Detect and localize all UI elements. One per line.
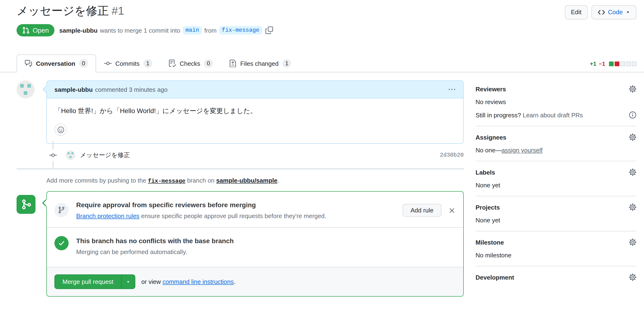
head-branch-label[interactable]: fix-message bbox=[219, 26, 262, 34]
sidebar-section-reviewers: Reviewers No reviews Still in progress? … bbox=[476, 80, 636, 126]
identicon-avatar bbox=[16, 80, 34, 98]
merge-actions-footer: Merge pull request or view command line … bbox=[47, 267, 463, 296]
commit-message-link[interactable]: メッセージを修正 bbox=[80, 151, 130, 160]
reviewers-empty-text: No reviews bbox=[476, 98, 636, 106]
assignees-settings-button[interactable] bbox=[629, 134, 636, 141]
comment-options-button[interactable] bbox=[448, 86, 456, 93]
check-icon bbox=[54, 236, 68, 250]
projects-settings-button[interactable] bbox=[629, 204, 636, 211]
mergeability-subtitle: Merging can be performed automatically. bbox=[76, 248, 456, 256]
development-settings-button[interactable] bbox=[629, 274, 636, 281]
projects-empty-text: None yet bbox=[476, 217, 636, 224]
commit-row: メッセージを修正 2d38b20 bbox=[16, 150, 464, 160]
tab-checks[interactable]: Checks 0 bbox=[160, 54, 221, 72]
head-branch-link[interactable]: fix-message bbox=[148, 178, 185, 184]
tab-label: Checks bbox=[180, 60, 200, 67]
pr-title-text: メッセージを修正 bbox=[16, 4, 109, 17]
draft-hint-text: Still in progress? bbox=[476, 112, 523, 118]
command-line-instructions-link[interactable]: command line instructions bbox=[162, 278, 234, 285]
sidebar-section-milestone: Milestone No milestone bbox=[476, 231, 636, 266]
comment-timestamp: commented 3 minutes ago bbox=[95, 86, 168, 93]
commit-author-avatar[interactable] bbox=[66, 150, 75, 160]
tab-conversation[interactable]: Conversation 0 bbox=[16, 54, 96, 72]
sidebar-section-assignees: Assignees No one—assign yourself bbox=[476, 126, 636, 161]
pr-number: #1 bbox=[112, 4, 124, 17]
reviewers-settings-button[interactable] bbox=[629, 85, 636, 93]
assign-yourself-link[interactable]: assign yourself bbox=[502, 147, 542, 154]
git-merge-icon bbox=[16, 195, 36, 214]
base-branch-label[interactable]: main bbox=[183, 26, 202, 34]
commit-sha-link[interactable]: 2d38b20 bbox=[440, 152, 464, 158]
labels-settings-button[interactable] bbox=[629, 168, 636, 176]
sidebar-section-projects: Projects None yet bbox=[476, 196, 636, 231]
add-commits-text: Add more commits by pushing to the bbox=[46, 177, 146, 184]
copy-branch-button[interactable] bbox=[266, 26, 273, 34]
branch-protection-rules-link[interactable]: Branch protection rules bbox=[76, 212, 139, 220]
code-button[interactable]: Code bbox=[592, 5, 636, 20]
draft-hint: Still in progress? Learn about draft PRs bbox=[476, 112, 583, 118]
diffstat-block-neutral bbox=[620, 62, 625, 66]
protection-title: Require approval from specific reviewers… bbox=[76, 201, 395, 209]
gear-icon bbox=[629, 85, 636, 93]
pr-author[interactable]: sample-ubbu bbox=[60, 27, 98, 34]
diffstat-block-added bbox=[609, 62, 614, 66]
diffstat-deletions: −1 bbox=[599, 60, 605, 67]
status-badge-label: Open bbox=[33, 26, 49, 34]
milestone-settings-button[interactable] bbox=[629, 238, 636, 246]
chevron-down-icon bbox=[626, 10, 630, 15]
diffstat-block-deleted bbox=[615, 62, 620, 66]
draft-info-button[interactable] bbox=[629, 111, 636, 119]
tab-counter: 0 bbox=[204, 59, 213, 68]
pr-tabs-nav: Conversation 0 Commits 1 Checks 0 Files … bbox=[0, 54, 644, 72]
development-heading[interactable]: Development bbox=[476, 274, 514, 281]
reviewers-heading[interactable]: Reviewers bbox=[476, 86, 506, 92]
git-pull-request-icon bbox=[22, 26, 30, 34]
edit-button-label: Edit bbox=[571, 8, 582, 17]
header-actions: Edit Code bbox=[565, 4, 636, 20]
comment-author[interactable]: sample-ubbu bbox=[54, 86, 93, 93]
tab-counter: 1 bbox=[282, 59, 291, 68]
chevron-down-icon bbox=[126, 279, 130, 284]
merge-options-dropdown[interactable] bbox=[121, 274, 135, 289]
add-commits-hint: Add more commits by pushing to the fix-m… bbox=[46, 177, 464, 184]
learn-about-draft-prs-link[interactable]: Learn about draft PRs bbox=[523, 112, 583, 118]
milestone-empty-text: No milestone bbox=[476, 252, 636, 259]
comment-discussion-icon bbox=[24, 60, 32, 67]
merge-sentence-2: from bbox=[204, 27, 217, 34]
repo-link[interactable]: sample-ubbu/sample bbox=[216, 177, 278, 184]
git-commit-icon bbox=[104, 60, 112, 67]
merge-pull-request-button[interactable]: Merge pull request bbox=[54, 274, 121, 289]
tab-commits[interactable]: Commits 1 bbox=[96, 54, 160, 72]
branch-protection-row: Require approval from specific reviewers… bbox=[47, 192, 463, 227]
tab-files-changed[interactable]: Files changed 1 bbox=[221, 54, 299, 72]
gear-icon bbox=[629, 274, 636, 281]
pr-meta-row: Open sample-ubbu wants to merge 1 commit… bbox=[16, 24, 636, 36]
projects-heading[interactable]: Projects bbox=[476, 204, 500, 211]
file-diff-icon bbox=[229, 60, 236, 67]
assignees-heading[interactable]: Assignees bbox=[476, 134, 506, 141]
discussion-timeline: sample-ubbu commented 3 minutes ago 「Hel… bbox=[16, 80, 464, 297]
commit-section: メッセージを修正 2d38b20 bbox=[16, 144, 464, 168]
add-commits-period: . bbox=[277, 177, 279, 184]
sidebar-section-labels: Labels None yet bbox=[476, 161, 636, 196]
merge-button-group: Merge pull request bbox=[54, 274, 135, 289]
tab-label: Files changed bbox=[240, 60, 279, 67]
edit-button[interactable]: Edit bbox=[565, 5, 588, 20]
tab-label: Commits bbox=[116, 60, 140, 67]
cli-hint: or view command line instructions. bbox=[141, 278, 235, 285]
avatar[interactable] bbox=[16, 80, 34, 98]
add-reaction-button[interactable] bbox=[54, 124, 67, 136]
add-rule-button[interactable]: Add rule bbox=[402, 204, 442, 217]
comment-body: 「Hello 世界!」から「Hello World!」にメッセージを変更しました… bbox=[47, 98, 463, 121]
info-icon bbox=[629, 111, 636, 119]
comment-box: sample-ubbu commented 3 minutes ago 「Hel… bbox=[46, 80, 464, 144]
milestone-heading[interactable]: Milestone bbox=[476, 239, 504, 246]
timeline-divider bbox=[16, 168, 464, 169]
copy-icon bbox=[266, 26, 273, 34]
close-button[interactable] bbox=[448, 206, 456, 214]
labels-heading[interactable]: Labels bbox=[476, 169, 495, 176]
git-branch-icon bbox=[54, 203, 68, 217]
diffstat-blocks bbox=[609, 62, 636, 66]
labels-empty-text: None yet bbox=[476, 182, 636, 189]
mergeability-row: This branch has no conflicts with the ba… bbox=[47, 228, 463, 267]
